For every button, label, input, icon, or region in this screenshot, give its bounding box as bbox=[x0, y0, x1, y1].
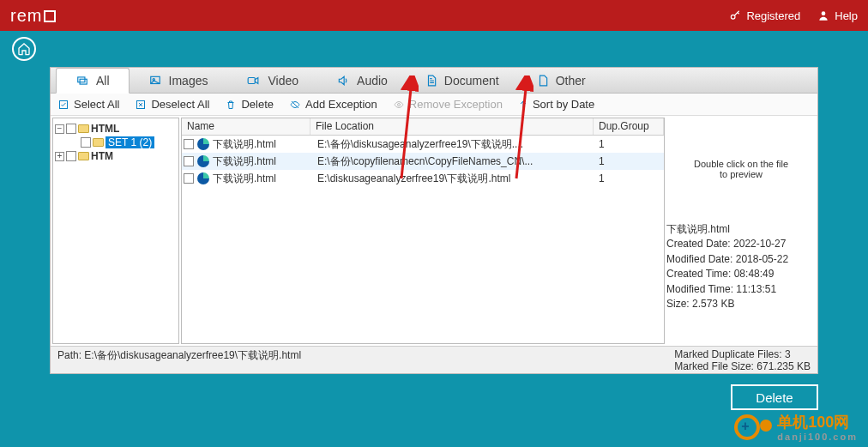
table-row[interactable]: 下载说明.html E:\备份\copyfilenamecn\CopyFileN… bbox=[182, 153, 664, 170]
status-bar: Path: E:\备份\diskusageanalyzerfree19\下载说明… bbox=[51, 346, 817, 373]
title-bar: rem Registered Help bbox=[0, 0, 868, 31]
svg-rect-6 bbox=[249, 77, 256, 83]
grid-header: Name File Location Dup.Group bbox=[182, 118, 664, 136]
edge-icon bbox=[197, 155, 209, 167]
file-details: 下载说明.html Created Date: 2022-10-27 Modif… bbox=[666, 220, 816, 313]
nav-strip bbox=[0, 31, 868, 67]
svg-point-9 bbox=[397, 103, 400, 106]
preview-pane[interactable]: Double click on the fileto preview bbox=[666, 118, 816, 220]
check-icon bbox=[57, 100, 69, 110]
sort-by-date-button[interactable]: Sort by Date bbox=[518, 98, 594, 111]
status-marked-size: Marked File Size: 671.235 KB bbox=[674, 360, 811, 372]
document-icon bbox=[425, 75, 437, 87]
tab-images[interactable]: Images bbox=[130, 68, 227, 93]
detail-modified-date: Modified Date: 2018-05-22 bbox=[666, 252, 816, 267]
edge-icon bbox=[197, 172, 209, 184]
checkbox[interactable] bbox=[184, 173, 194, 184]
remove-exception-button: Remove Exception bbox=[393, 98, 503, 111]
table-row[interactable]: 下载说明.html E:\备份\diskusageanalyzerfree19\… bbox=[182, 136, 664, 153]
table-row[interactable]: 下载说明.html E:\diskusageanalyzerfree19\下载说… bbox=[182, 170, 664, 187]
video-icon bbox=[245, 75, 261, 87]
add-exception-button[interactable]: Add Exception bbox=[289, 98, 377, 111]
expand-icon[interactable]: + bbox=[55, 152, 64, 161]
arrow-up-icon bbox=[518, 100, 528, 110]
detail-created-date: Created Date: 2022-10-27 bbox=[666, 237, 816, 251]
checkbox[interactable] bbox=[66, 151, 76, 161]
delete-toolbar-button[interactable]: Delete bbox=[225, 98, 274, 111]
tab-all[interactable]: All bbox=[56, 68, 130, 94]
checkbox[interactable] bbox=[184, 156, 194, 166]
checkbox[interactable] bbox=[184, 139, 194, 149]
file-icon bbox=[537, 75, 549, 87]
collapse-icon[interactable]: − bbox=[55, 124, 64, 134]
col-group[interactable]: Dup.Group bbox=[594, 118, 664, 135]
checkbox[interactable] bbox=[81, 137, 91, 148]
col-name[interactable]: Name bbox=[182, 118, 310, 135]
grid-body[interactable]: 下载说明.html E:\备份\diskusageanalyzerfree19\… bbox=[182, 136, 664, 343]
eye-icon bbox=[393, 100, 405, 110]
folder-tree[interactable]: −HTML SET 1 (2) +HTM bbox=[52, 118, 179, 344]
registered-link[interactable]: Registered bbox=[729, 9, 800, 22]
edge-icon bbox=[197, 138, 209, 150]
detail-created-time: Created Time: 08:48:49 bbox=[666, 267, 816, 281]
action-toolbar: Select All Deselect All Delete Add Excep… bbox=[51, 94, 817, 116]
tree-node[interactable]: SET 1 (2) bbox=[81, 136, 177, 149]
folder-icon bbox=[93, 138, 104, 147]
tab-audio[interactable]: Audio bbox=[317, 68, 407, 93]
tree-node[interactable]: −HTML bbox=[55, 122, 177, 136]
file-grid: Name File Location Dup.Group 下载说明.html E… bbox=[181, 118, 665, 344]
home-button[interactable] bbox=[12, 37, 36, 61]
checkbox[interactable] bbox=[66, 124, 76, 134]
detail-filename: 下载说明.html bbox=[666, 222, 816, 237]
detail-size: Size: 2.573 KB bbox=[666, 297, 816, 311]
svg-point-0 bbox=[732, 15, 736, 19]
status-marked-files: Marked Duplicate Files: 3 bbox=[674, 348, 811, 360]
tab-other[interactable]: Other bbox=[518, 68, 605, 93]
detail-modified-time: Modified Time: 11:13:51 bbox=[666, 282, 816, 297]
main-panel: All Images Video Audio Document Other Se… bbox=[50, 67, 818, 374]
side-panel: Double click on the fileto preview 下载说明.… bbox=[666, 118, 816, 344]
trash-icon bbox=[225, 100, 237, 110]
watermark-logo-icon: + bbox=[734, 413, 772, 442]
tab-document[interactable]: Document bbox=[407, 68, 518, 93]
svg-point-1 bbox=[822, 11, 826, 15]
home-icon bbox=[17, 42, 31, 56]
stack-icon bbox=[75, 75, 89, 87]
tab-video[interactable]: Video bbox=[226, 68, 317, 93]
app-logo: rem bbox=[10, 6, 56, 26]
key-icon bbox=[729, 9, 741, 21]
image-icon bbox=[148, 75, 162, 87]
tree-node[interactable]: +HTM bbox=[55, 149, 177, 163]
folder-icon bbox=[78, 152, 89, 160]
delete-button[interactable]: Delete bbox=[731, 384, 818, 410]
eye-off-icon bbox=[289, 100, 301, 110]
col-location[interactable]: File Location bbox=[310, 118, 594, 135]
select-all-button[interactable]: Select All bbox=[57, 98, 119, 111]
help-link[interactable]: Help bbox=[817, 9, 858, 22]
uncheck-icon bbox=[135, 100, 147, 110]
person-icon bbox=[817, 9, 829, 21]
folder-icon bbox=[78, 124, 89, 133]
status-path: Path: E:\备份\diskusageanalyzerfree19\下载说明… bbox=[57, 348, 301, 363]
audio-icon bbox=[336, 75, 350, 87]
deselect-all-button[interactable]: Deselect All bbox=[135, 98, 209, 111]
watermark: + 单机100网danji100.com bbox=[734, 412, 858, 442]
filter-tabs: All Images Video Audio Document Other bbox=[51, 68, 817, 94]
